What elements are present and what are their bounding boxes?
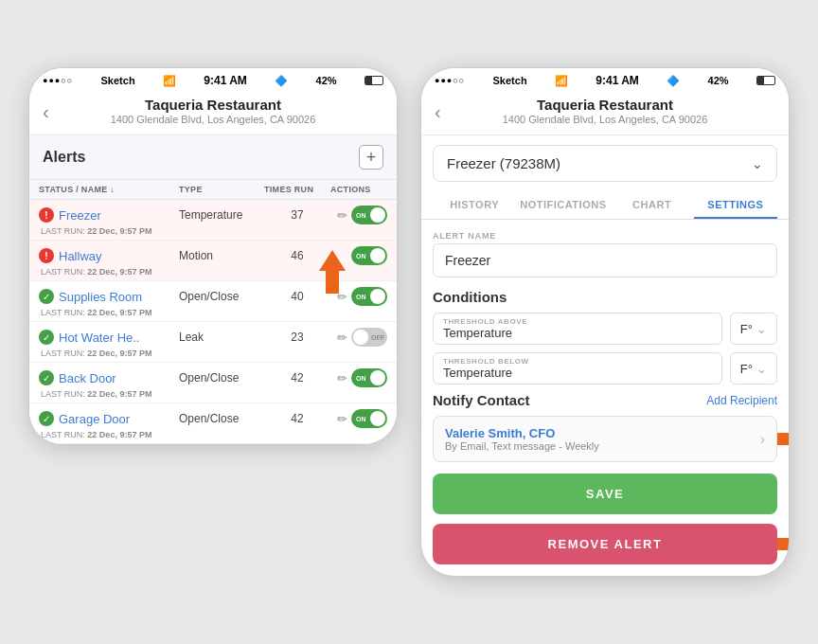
add-alert-button[interactable]: + (359, 145, 383, 170)
tab-notifications[interactable]: NOTIFICATIONS (516, 191, 610, 219)
error-icon: ! (39, 248, 54, 263)
alert-times-run: 37 (264, 208, 330, 222)
alert-times-run: 23 (264, 331, 330, 344)
alert-name-link[interactable]: Garage Door (59, 412, 130, 426)
save-button[interactable]: SAVE (433, 474, 777, 514)
back-button-right[interactable]: ‹ (435, 101, 441, 123)
tab-settings[interactable]: SETTINGS (694, 191, 777, 219)
toggle-on[interactable]: ON (351, 287, 387, 306)
notify-title: Notify Contact (433, 392, 530, 408)
recipient-name: Valerie Smith, CFO (445, 426, 599, 440)
threshold-below-unit[interactable]: F° ⌄ (730, 352, 777, 385)
alert-name-label: ALERT NAME (433, 231, 777, 241)
toggle-on[interactable]: ON (351, 246, 387, 265)
restaurant-address-left: 1400 Glendale Blvd, Los Angeles, CA 9002… (63, 114, 363, 125)
alert-times-run: 42 (264, 412, 330, 425)
col-header-times: TIMES RUN (264, 185, 330, 194)
network-label: Sketch (101, 75, 135, 86)
recipient-container: Valerie Smith, CFO By Email, Text messag… (433, 416, 777, 462)
restaurant-address-right: 1400 Glendale Blvd, Los Angeles, CA 9002… (455, 114, 755, 125)
arrow-right-body-remove (777, 538, 790, 550)
arrow-right-body-recipient (777, 433, 790, 445)
edit-icon[interactable]: ✏ (337, 412, 347, 426)
header-left: ‹ Taqueria Restaurant 1400 Glendale Blvd… (29, 89, 397, 135)
alert-name-input[interactable]: Freezer (433, 243, 777, 277)
tab-chart[interactable]: CHART (610, 191, 693, 219)
alert-last-run: LAST RUN: 22 Dec, 9:57 PM (39, 430, 387, 439)
alert-actions: ✏ ON (330, 206, 387, 224)
tab-history[interactable]: HISTORY (433, 191, 516, 219)
restaurant-title-right: Taqueria Restaurant (455, 97, 755, 113)
chevron-right-icon: › (760, 431, 765, 448)
alert-last-run: LAST RUN: 22 Dec, 9:57 PM (39, 349, 387, 358)
alert-name-link[interactable]: Back Door (59, 371, 116, 385)
unit-above-label: F° (740, 322, 753, 336)
alerts-title: Alerts (43, 149, 85, 166)
toggle-on[interactable]: ON (351, 409, 387, 428)
alert-last-run: LAST RUN: 22 Dec, 9:57 PM (39, 389, 387, 399)
unit-above-arrow: ⌄ (756, 322, 767, 336)
remove-alert-button[interactable]: REMOVE ALERT (433, 524, 777, 564)
alert-row[interactable]: ✓ Back Door Open/Close 42 ✏ ON LAST RUN:… (29, 363, 397, 403)
ok-icon: ✓ (39, 411, 54, 426)
battery-level-right: 42% (708, 75, 729, 86)
toggle-on[interactable]: ON (351, 206, 387, 224)
col-header-type: TYPE (179, 185, 264, 194)
alert-last-run: LAST RUN: 22 Dec, 9:57 PM (39, 267, 387, 277)
device-selector-label: Freezer (79238M) (447, 155, 560, 171)
alert-times-run: 40 (264, 290, 330, 303)
alert-type: Open/Close (179, 412, 264, 425)
add-recipient-button[interactable]: Add Recipient (706, 394, 777, 407)
edit-icon[interactable]: ✏ (337, 371, 347, 385)
remove-alert-container: REMOVE ALERT (433, 524, 777, 564)
back-button-left[interactable]: ‹ (43, 101, 49, 123)
recipient-details: By Email, Text message - Weekly (445, 440, 599, 452)
edit-icon[interactable]: ✏ (337, 290, 347, 304)
threshold-above-value: Temperature (443, 326, 712, 340)
alert-name-link[interactable]: Hallway (59, 249, 102, 263)
edit-icon[interactable]: ✏ (337, 331, 347, 345)
header-right: ‹ Taqueria Restaurant 1400 Glendale Blvd… (421, 89, 789, 135)
alerts-header: Alerts + (29, 135, 397, 180)
alert-last-run: LAST RUN: 22 Dec, 9:57 PM (39, 308, 387, 317)
threshold-above-unit[interactable]: F° ⌄ (730, 313, 777, 345)
alert-name-link[interactable]: Freezer (59, 208, 101, 223)
network-label-right: Sketch (493, 75, 527, 86)
alert-type: Leak (179, 331, 264, 344)
toggle-on[interactable]: ON (351, 368, 387, 387)
recipient-row[interactable]: Valerie Smith, CFO By Email, Text messag… (433, 416, 777, 462)
table-header: STATUS / NAME ↓ TYPE TIMES RUN ACTIONS (29, 180, 397, 200)
alert-times-run: 46 (264, 249, 330, 262)
signal-dots-right: ●●●○○ (435, 76, 465, 85)
alert-actions: ✏ OFF (330, 328, 387, 347)
toggle-off[interactable]: OFF (351, 328, 387, 347)
alert-type: Motion (179, 249, 264, 262)
recipient-info-block: Valerie Smith, CFO By Email, Text messag… (445, 426, 599, 452)
alert-row[interactable]: ! Freezer Temperature 37 ✏ ON LAST RUN: … (29, 200, 397, 241)
alert-row[interactable]: ✓ Garage Door Open/Close 42 ✏ ON LAST RU… (29, 403, 397, 444)
alert-name-link[interactable]: Supplies Room (59, 290, 142, 304)
threshold-above-input[interactable]: THRESHOLD ABOVE Temperature (433, 313, 722, 345)
bluetooth-icon-right: 🔷 (667, 75, 680, 87)
alert-row[interactable]: ✓ Hot Water He.. Leak 23 ✏ OFF LAST RUN:… (29, 322, 397, 363)
alert-row[interactable]: ! Hallway Motion 46 ON LAST RUN: 22 Dec,… (29, 241, 397, 281)
threshold-above-label: THRESHOLD ABOVE (443, 317, 712, 326)
ok-icon: ✓ (39, 330, 54, 345)
signal-dots: ●●●○○ (43, 76, 73, 85)
conditions-title: Conditions (433, 289, 777, 305)
bluetooth-icon: 🔷 (275, 75, 288, 87)
threshold-below-label: THRESHOLD BELOW (443, 357, 712, 366)
ok-icon: ✓ (39, 370, 54, 385)
alert-name-link[interactable]: Hot Water He.. (59, 331, 139, 345)
device-selector[interactable]: Freezer (79238M) ⌄ (433, 145, 777, 182)
time-display: 9:41 AM (204, 74, 247, 87)
threshold-below-input[interactable]: THRESHOLD BELOW Temperature (433, 352, 722, 385)
chevron-down-icon: ⌄ (752, 156, 763, 171)
edit-icon[interactable]: ✏ (337, 208, 347, 223)
alert-times-run: 42 (264, 371, 330, 385)
alert-row[interactable]: ✓ Supplies Room Open/Close 40 ✏ ON LAST … (29, 281, 397, 322)
alerts-list: ! Freezer Temperature 37 ✏ ON LAST RUN: … (29, 200, 397, 444)
time-display-right: 9:41 AM (596, 74, 639, 87)
alert-type: Open/Close (179, 371, 264, 385)
battery-icon (365, 76, 383, 85)
